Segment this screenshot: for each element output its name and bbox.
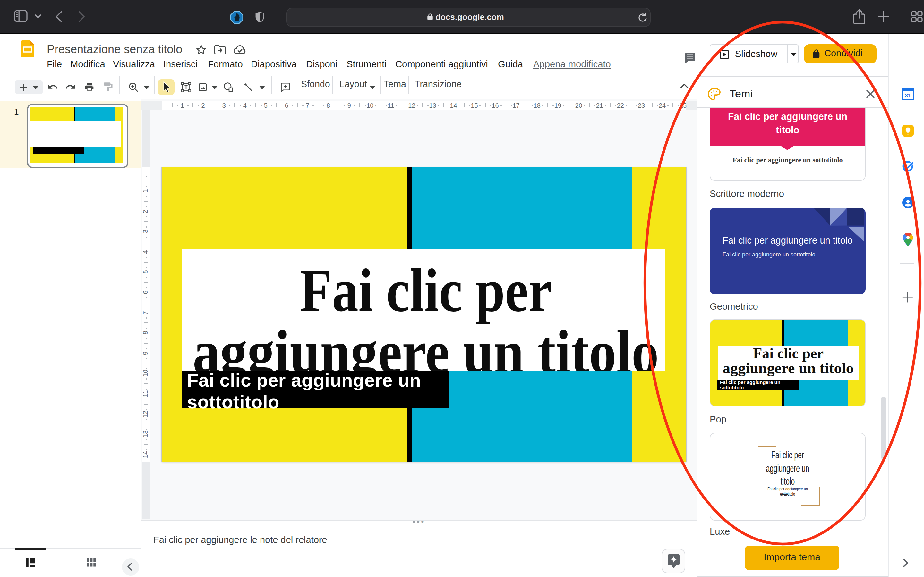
svg-text:31: 31 [905,92,911,98]
